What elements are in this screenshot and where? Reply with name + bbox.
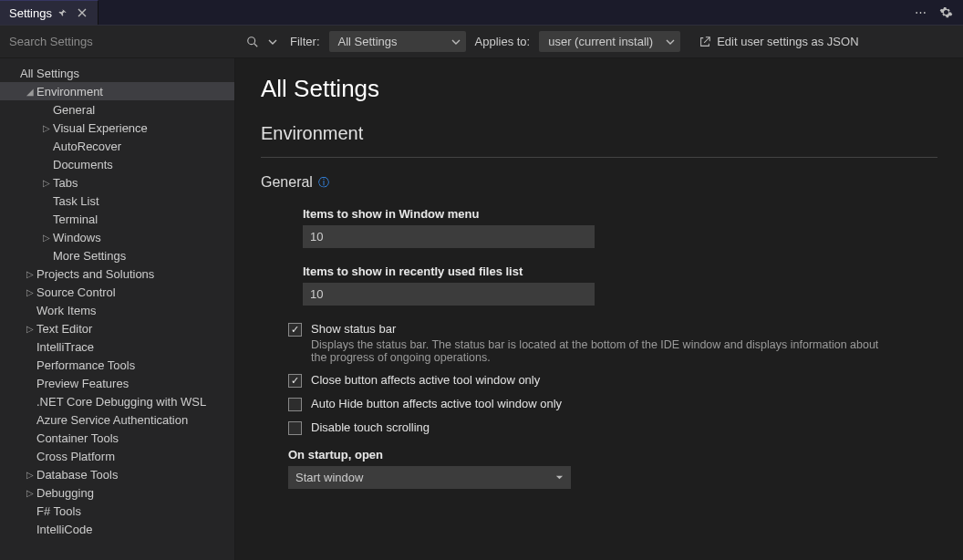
edit-json-link[interactable]: Edit user settings as JSON bbox=[699, 35, 858, 48]
tree-item[interactable]: General bbox=[0, 100, 234, 119]
filter-dropdown[interactable]: All Settings bbox=[329, 31, 466, 52]
chevron-down-icon bbox=[666, 37, 675, 47]
applies-dropdown[interactable]: user (current install) bbox=[539, 31, 680, 52]
page-title: All Settings bbox=[261, 75, 937, 103]
settings-content[interactable]: All Settings Environment General ⓘ Items… bbox=[235, 58, 963, 560]
tree-item-label: Projects and Solutions bbox=[36, 267, 154, 281]
tree-item-label: Cross Platform bbox=[36, 450, 115, 463]
svg-line-1 bbox=[254, 43, 258, 47]
close-icon[interactable] bbox=[76, 6, 88, 19]
recent-files-input[interactable] bbox=[303, 283, 595, 306]
tab-settings[interactable]: Settings bbox=[0, 0, 98, 25]
tree-item-label: .NET Core Debugging with WSL bbox=[36, 395, 206, 409]
expander-icon[interactable]: ▷ bbox=[24, 488, 36, 498]
expander-icon[interactable]: ▷ bbox=[40, 123, 53, 133]
field-label: On startup, open bbox=[288, 448, 937, 461]
tree-item-label: All Settings bbox=[20, 67, 79, 80]
expander-icon[interactable]: ▷ bbox=[24, 287, 36, 297]
svg-point-0 bbox=[248, 36, 255, 44]
subsection-header: General ⓘ bbox=[261, 174, 937, 191]
tree-item-label: IntelliCode bbox=[36, 523, 92, 536]
tree-item[interactable]: ▷Text Editor bbox=[0, 319, 234, 337]
tree-item-label: Tabs bbox=[53, 176, 78, 190]
json-link-label: Edit user settings as JSON bbox=[717, 35, 858, 48]
chevron-down-icon bbox=[451, 37, 461, 47]
tabbar-actions: ⋯ bbox=[912, 0, 963, 25]
tree-item-label: Visual Experience bbox=[53, 121, 148, 135]
tree-item[interactable]: Container Tools bbox=[0, 429, 234, 447]
tree-item[interactable]: ▷Tabs bbox=[0, 173, 234, 192]
chevron-down-icon bbox=[555, 473, 564, 482]
help-icon[interactable]: ⓘ bbox=[318, 175, 329, 191]
tree-item[interactable]: All Settings bbox=[0, 64, 234, 82]
tree-item[interactable]: ▷Visual Experience bbox=[0, 119, 234, 137]
tree-item[interactable]: ◢Environment bbox=[0, 82, 234, 100]
settings-tree[interactable]: All Settings◢EnvironmentGeneral▷Visual E… bbox=[0, 58, 235, 560]
tree-item-label: Source Control bbox=[36, 285, 116, 299]
tree-item-label: Performance Tools bbox=[36, 358, 135, 372]
tree-item-label: Container Tools bbox=[36, 431, 119, 445]
tree-item-label: Windows bbox=[53, 231, 101, 244]
on-startup-select[interactable]: Start window bbox=[288, 466, 571, 489]
tree-item[interactable]: Preview Features bbox=[0, 374, 234, 392]
checkbox[interactable] bbox=[288, 421, 302, 435]
tree-item[interactable]: Task List bbox=[0, 192, 234, 210]
window-menu-input[interactable] bbox=[303, 225, 595, 248]
expander-icon[interactable]: ▷ bbox=[24, 324, 36, 334]
tree-item[interactable]: Azure Service Authentication bbox=[0, 410, 234, 429]
tree-item-label: Work Items bbox=[36, 304, 97, 317]
tree-item[interactable]: Documents bbox=[0, 155, 234, 173]
field-label: Items to show in recently used files lis… bbox=[303, 264, 937, 278]
more-icon[interactable]: ⋯ bbox=[912, 5, 928, 21]
subsection-title: General bbox=[261, 174, 313, 191]
tree-item[interactable]: ▷Windows bbox=[0, 228, 234, 246]
tree-item[interactable]: Performance Tools bbox=[0, 356, 234, 374]
gear-icon[interactable] bbox=[937, 5, 954, 21]
expander-icon[interactable]: ▷ bbox=[40, 233, 53, 243]
tree-item-label: Debugging bbox=[36, 486, 94, 500]
separator bbox=[261, 157, 937, 158]
search-icon[interactable] bbox=[244, 34, 261, 50]
tree-item-label: IntelliTrace bbox=[36, 340, 94, 354]
tree-item-label: General bbox=[53, 103, 95, 117]
tree-item[interactable]: ▷Source Control bbox=[0, 283, 234, 301]
tree-item[interactable]: F# Tools bbox=[0, 502, 234, 520]
checkbox[interactable] bbox=[288, 398, 302, 411]
tab-bar: Settings ⋯ bbox=[0, 0, 963, 26]
check-disable-touch: Disable touch scrolling bbox=[288, 420, 937, 435]
search-input[interactable] bbox=[7, 29, 281, 54]
tree-item[interactable]: Work Items bbox=[0, 301, 234, 319]
check-close-button: Close button affects active tool window … bbox=[288, 373, 937, 388]
check-label: Close button affects active tool window … bbox=[311, 373, 540, 387]
tree-item[interactable]: ▷Database Tools bbox=[0, 465, 234, 483]
search-wrap bbox=[7, 29, 281, 54]
tree-item-label: Documents bbox=[53, 158, 113, 171]
pin-icon[interactable] bbox=[57, 6, 70, 19]
check-label: Auto Hide button affects active tool win… bbox=[311, 397, 562, 410]
tab-title: Settings bbox=[9, 6, 52, 20]
expander-icon[interactable]: ◢ bbox=[24, 87, 36, 97]
field-label: Items to show in Window menu bbox=[303, 207, 937, 221]
tree-item[interactable]: ▷Debugging bbox=[0, 483, 234, 502]
expander-icon[interactable]: ▷ bbox=[24, 269, 36, 279]
tree-item[interactable]: More Settings bbox=[0, 246, 234, 264]
tree-item[interactable]: AutoRecover bbox=[0, 137, 234, 155]
field-window-menu: Items to show in Window menu bbox=[303, 207, 937, 248]
field-on-startup: On startup, open Start window bbox=[288, 448, 937, 489]
checkbox[interactable] bbox=[288, 374, 302, 388]
tree-item[interactable]: IntelliCode bbox=[0, 520, 234, 538]
applies-label: Applies to: bbox=[475, 35, 531, 48]
tree-item[interactable]: Terminal bbox=[0, 210, 234, 228]
chevron-down-icon[interactable] bbox=[264, 34, 281, 50]
tree-item-label: Preview Features bbox=[36, 377, 129, 390]
tree-item[interactable]: ▷Projects and Solutions bbox=[0, 264, 234, 283]
tree-item[interactable]: IntelliTrace bbox=[0, 337, 234, 356]
expander-icon[interactable]: ▷ bbox=[24, 470, 36, 480]
tree-item[interactable]: .NET Core Debugging with WSL bbox=[0, 392, 234, 410]
expander-icon[interactable]: ▷ bbox=[40, 178, 53, 188]
tree-item[interactable]: Cross Platform bbox=[0, 447, 234, 465]
checkbox[interactable] bbox=[288, 323, 302, 337]
tree-item-label: Azure Service Authentication bbox=[36, 413, 188, 427]
filter-value: All Settings bbox=[338, 35, 398, 48]
tree-item-label: Text Editor bbox=[36, 322, 92, 336]
